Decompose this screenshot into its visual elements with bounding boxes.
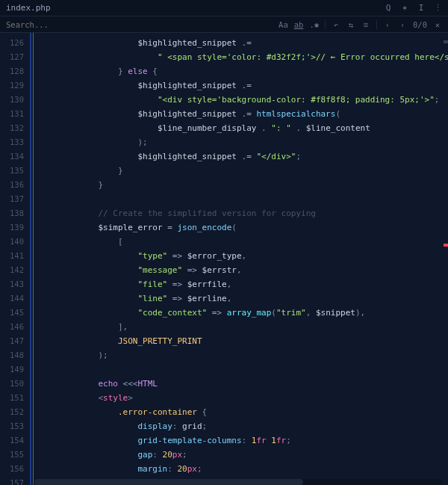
line-number: 157: [0, 476, 30, 485]
line-number: 132: [0, 121, 30, 135]
line-number: 142: [0, 263, 30, 277]
indent-guides: [30, 33, 34, 485]
line-number: 138: [0, 206, 30, 220]
code-line[interactable]: display: grid;: [34, 419, 448, 433]
line-number: 156: [0, 462, 30, 476]
close-search-icon[interactable]: ✕: [433, 20, 442, 29]
match-case-toggle[interactable]: Aa: [279, 20, 288, 29]
find-next-icon[interactable]: ⇆: [346, 20, 355, 29]
line-number: 139: [0, 220, 30, 235]
code-line[interactable]: $highlighted_snippet .= htmlspecialchars…: [34, 107, 448, 121]
tab-action-1-icon[interactable]: Q: [384, 4, 393, 13]
code-line[interactable]: [: [34, 235, 448, 249]
code-line[interactable]: .error-container {: [34, 405, 448, 419]
line-number: 134: [0, 149, 30, 164]
code-line[interactable]: }: [34, 178, 448, 192]
code-line[interactable]: $highlighted_snippet .= "</div>";: [34, 149, 448, 164]
search-bar: Aa ab .✱ ↶ ⇆ ≡ ‹ › 0/0 ✕: [0, 16, 448, 33]
line-number: 128: [0, 64, 30, 78]
search-input[interactable]: [6, 20, 273, 29]
code-line[interactable]: );: [34, 348, 448, 362]
line-number: 152: [0, 405, 30, 419]
code-line[interactable]: "line" => $errline,: [34, 291, 448, 306]
code-line[interactable]: margin: 20px;: [34, 462, 448, 476]
line-number: 154: [0, 433, 30, 448]
line-number: 130: [0, 93, 30, 107]
separator: [325, 20, 326, 29]
code-line[interactable]: $highlighted_snippet .=: [34, 78, 448, 93]
tab-filename[interactable]: index.php: [6, 3, 51, 13]
code-line[interactable]: echo <<<HTML: [34, 377, 448, 391]
minimap-region: [444, 40, 448, 43]
line-number: 131: [0, 107, 30, 121]
line-number: 153: [0, 419, 30, 433]
code-line[interactable]: );: [34, 135, 448, 149]
line-number: 151: [0, 391, 30, 405]
editor: 1261271281291301311321331341351361371381…: [0, 33, 448, 485]
regex-toggle[interactable]: .✱: [309, 20, 319, 29]
tab-bar: index.php Q ✶ I ⋮: [0, 0, 448, 16]
minimap-marker: [444, 244, 448, 247]
whole-word-toggle[interactable]: ab: [294, 20, 304, 29]
code-line[interactable]: }: [34, 164, 448, 178]
code-line[interactable]: <style>: [34, 391, 448, 405]
code-line[interactable]: "file" => $errfile,: [34, 277, 448, 291]
line-number: 145: [0, 306, 30, 320]
code-line[interactable]: "type" => $error_type,: [34, 249, 448, 263]
line-number: 126: [0, 36, 30, 50]
line-number: 143: [0, 277, 30, 291]
code-line[interactable]: "code_context" => array_map("trim", $sni…: [34, 306, 448, 320]
indent-guide-1: [30, 33, 31, 485]
code-line[interactable]: ],: [34, 320, 448, 334]
code-line[interactable]: $line_number_display . ": " . $line_cont…: [34, 121, 448, 135]
code-line[interactable]: JSON_PRETTY_PRINT: [34, 334, 448, 348]
code-line[interactable]: } else {: [34, 64, 448, 78]
line-number: 140: [0, 235, 30, 249]
line-number: 147: [0, 334, 30, 348]
line-number: 141: [0, 249, 30, 263]
code-line[interactable]: $simple_error = json_encode(: [34, 220, 448, 235]
line-number: 150: [0, 377, 30, 391]
search-options: Aa ab .✱ ↶ ⇆ ≡ ‹ › 0/0 ✕: [279, 20, 442, 29]
line-number: 144: [0, 291, 30, 306]
tab-action-more-icon[interactable]: ⋮: [433, 4, 442, 13]
line-number: 129: [0, 78, 30, 93]
code-line[interactable]: "message" => $errstr,: [34, 263, 448, 277]
next-match-icon[interactable]: ›: [398, 20, 407, 29]
code-line[interactable]: " <span style='color: #d32f2f;'>// ← Err…: [34, 50, 448, 64]
separator: [376, 20, 377, 29]
horizontal-scrollbar[interactable]: [34, 479, 442, 485]
line-number: 137: [0, 192, 30, 206]
code-line[interactable]: gap: 20px;: [34, 448, 448, 462]
tab-action-3-icon[interactable]: I: [417, 4, 426, 13]
code-line[interactable]: [34, 362, 448, 377]
code-line[interactable]: "<div style='background-color: #f8f8f8; …: [34, 93, 448, 107]
line-number: 155: [0, 448, 30, 462]
code-line[interactable]: $highlighted_snippet .=: [34, 36, 448, 50]
line-number: 135: [0, 164, 30, 178]
scroll-thumb[interactable]: [34, 479, 303, 485]
code-area[interactable]: $highlighted_snippet .= " <span style='c…: [34, 33, 448, 485]
find-all-icon[interactable]: ≡: [361, 20, 370, 29]
tab-actions: Q ✶ I ⋮: [384, 4, 442, 13]
match-position: 0/0: [413, 20, 427, 29]
code-line[interactable]: // Create the simplified version for cop…: [34, 206, 448, 220]
tab-action-2-icon[interactable]: ✶: [400, 4, 409, 13]
line-number: 127: [0, 50, 30, 64]
line-number: 146: [0, 320, 30, 334]
prev-match-icon[interactable]: ‹: [383, 20, 392, 29]
minimap[interactable]: [444, 33, 448, 485]
line-number-gutter: 1261271281291301311321331341351361371381…: [0, 33, 30, 485]
code-line[interactable]: [34, 192, 448, 206]
find-prev-icon[interactable]: ↶: [332, 20, 340, 29]
code-line[interactable]: grid-template-columns: 1fr 1fr;: [34, 433, 448, 448]
line-number: 136: [0, 178, 30, 192]
indent-guide-2: [33, 33, 34, 485]
line-number: 148: [0, 348, 30, 362]
line-number: 149: [0, 362, 30, 377]
line-number: 133: [0, 135, 30, 149]
